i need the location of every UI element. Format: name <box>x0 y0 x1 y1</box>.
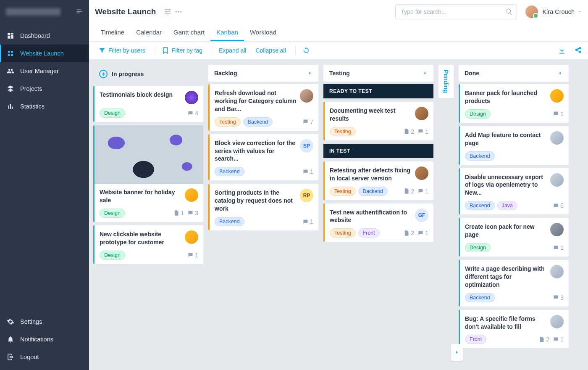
task-card[interactable]: Retesting after defects fixing in local … <box>323 161 433 200</box>
attachment-count: 2 <box>403 128 414 135</box>
file-icon <box>403 128 410 135</box>
tab-kanban[interactable]: Kanban <box>210 24 244 41</box>
chevron-right-icon <box>454 349 460 355</box>
sidebar: Dashboard Website Launch User Manager Pr… <box>0 0 89 370</box>
sidebar-item-logout[interactable]: Logout <box>0 348 89 366</box>
tab-workload[interactable]: Workload <box>244 24 282 41</box>
file-icon <box>173 210 179 216</box>
sidebar-item-settings[interactable]: Settings <box>0 313 89 330</box>
sidebar-toggle-icon[interactable] <box>76 8 83 16</box>
refresh-button[interactable] <box>299 45 316 56</box>
file-icon <box>403 230 410 236</box>
task-card[interactable]: Write a page describing with different t… <box>459 260 569 307</box>
column-header[interactable]: + In progress <box>93 65 203 83</box>
sidebar-item-notifications[interactable]: Notifications <box>0 330 89 348</box>
expand-all-button[interactable]: Expand all <box>215 45 249 56</box>
task-card[interactable]: Banner pack for launched products Design… <box>459 84 569 123</box>
tag: Design <box>100 251 125 260</box>
scroll-right-button[interactable] <box>451 344 463 361</box>
comment-count: 1 <box>417 230 428 236</box>
svg-point-1 <box>166 11 167 12</box>
comment-icon <box>553 336 559 343</box>
task-card[interactable]: Testimonials block design Design4 <box>93 86 203 122</box>
divider <box>155 46 155 55</box>
task-card[interactable]: New clickable website prototype for cust… <box>93 225 203 264</box>
task-card[interactable]: Block view correction for the series wit… <box>208 134 318 181</box>
task-card[interactable]: Documenting week test results Testing21 <box>323 102 433 140</box>
column-backlog: Backlog Refresh download not working for… <box>208 65 318 370</box>
sidebar-item-user-manager[interactable]: User Manager <box>0 62 89 80</box>
comment-icon <box>187 210 194 216</box>
comment-icon <box>187 110 194 116</box>
nav-bottom: Settings Notifications Logout <box>0 313 89 366</box>
comment-icon <box>302 119 309 125</box>
card-title: Banner pack for launched products <box>465 89 547 105</box>
sidebar-item-label: User Manager <box>20 68 59 74</box>
refresh-icon <box>302 47 310 54</box>
task-card[interactable]: Refresh download not working for Categor… <box>208 84 318 131</box>
chevron-left-icon <box>422 70 428 76</box>
comment-count: 3 <box>553 294 564 301</box>
task-card[interactable]: Sorting products in the catalog by reque… <box>208 184 318 230</box>
sidebar-item-projects[interactable]: Projects <box>0 80 89 98</box>
logo <box>6 8 60 16</box>
card-title: Test new authentification to website <box>330 209 412 225</box>
sidebar-item-label: Settings <box>20 318 42 325</box>
column-done: Done Banner pack for launched products D… <box>459 65 569 370</box>
sidebar-item-statistics[interactable]: Statistics <box>0 98 89 115</box>
task-card[interactable]: Create icon pack for new page Design1 <box>459 218 569 256</box>
column-header[interactable]: Testing <box>323 65 433 82</box>
filter-icon <box>98 47 106 54</box>
tag: Front <box>358 228 380 238</box>
settings-sliders-icon[interactable] <box>163 8 172 16</box>
dashboard-icon <box>7 32 14 40</box>
comment-count: 1 <box>417 188 428 195</box>
avatar <box>550 315 564 328</box>
tab-gantt[interactable]: Gantt chart <box>168 24 210 41</box>
column-header[interactable]: Done <box>459 65 569 82</box>
column-testing: Testing READY TO TEST Documenting week t… <box>323 65 433 370</box>
tag: Backend <box>358 187 388 196</box>
user-name: Kira Crouch <box>542 8 575 15</box>
avatar <box>550 131 564 145</box>
comment-count: 1 <box>553 244 564 251</box>
tab-timeline[interactable]: Timeline <box>95 24 130 41</box>
user-menu[interactable]: Kira Crouch <box>525 5 582 18</box>
collapse-all-button[interactable]: Collapse all <box>252 45 289 56</box>
comment-icon <box>417 188 424 194</box>
card-title: Disable unnecessary export of logs via o… <box>465 173 547 197</box>
sidebar-item-dashboard[interactable]: Dashboard <box>0 27 89 45</box>
task-card[interactable]: Bug: A specific file forms don't availab… <box>459 310 569 349</box>
launch-icon <box>7 50 14 57</box>
avatar: GF <box>415 209 428 222</box>
tag: Backend <box>465 293 495 302</box>
task-card[interactable]: Test new authentification to websiteGF T… <box>323 204 433 242</box>
card-image <box>94 125 203 184</box>
column-pending-collapsed[interactable]: Pending <box>438 65 454 98</box>
tag: Backend <box>465 151 495 161</box>
filter-by-users-button[interactable]: Filter by users <box>95 45 149 56</box>
filter-by-tag-button[interactable]: Filter by tag <box>158 45 206 56</box>
tag: Testing <box>330 127 356 136</box>
card-title: Retesting after defects fixing in local … <box>330 166 412 182</box>
avatar <box>550 89 564 103</box>
svg-point-4 <box>178 11 179 12</box>
search-input[interactable] <box>395 4 517 19</box>
download-icon[interactable] <box>558 46 566 55</box>
tag: Backend <box>215 217 244 226</box>
comment-icon <box>553 294 559 301</box>
bookmark-icon <box>162 47 169 54</box>
toolbar: Filter by users Filter by tag Expand all… <box>89 42 588 60</box>
tag: Backend <box>465 201 495 210</box>
tab-calendar[interactable]: Calendar <box>130 24 168 41</box>
more-icon[interactable] <box>174 8 183 16</box>
sidebar-item-label: Notifications <box>20 336 53 343</box>
task-card[interactable]: Add Map feature to contact page Backend <box>459 126 569 165</box>
task-card[interactable]: Website banner for holiday sale Design13 <box>93 125 203 222</box>
attachment-count: 2 <box>538 336 549 343</box>
task-card[interactable]: Disable unnecessary export of logs via o… <box>459 168 569 215</box>
section-header: IN TEST <box>323 144 433 158</box>
column-header[interactable]: Backlog <box>208 65 318 82</box>
sidebar-item-website-launch[interactable]: Website Launch <box>0 45 89 62</box>
share-icon[interactable] <box>574 46 582 55</box>
